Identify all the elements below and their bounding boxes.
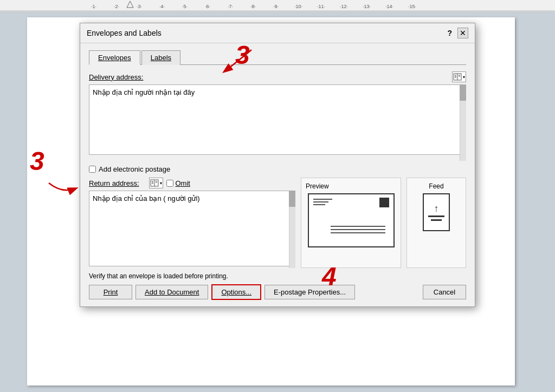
return-address-row: Return address: — [89, 178, 295, 188]
envelope-preview — [308, 193, 395, 247]
delivery-book-dropdown-arrow: ▾ — [463, 75, 465, 80]
feed-line-2 — [431, 219, 442, 221]
feed-label: Feed — [429, 182, 443, 190]
button-row: Print Add to Document Options... E-posta… — [89, 284, 466, 300]
electronic-postage-checkbox[interactable] — [89, 166, 96, 173]
delivery-scrollbar[interactable] — [460, 84, 466, 161]
options-button[interactable]: Options... — [211, 284, 261, 300]
svg-text:·5·: ·5· — [182, 4, 188, 9]
svg-text:·12·: ·12· — [340, 4, 348, 9]
return-scrollbar-thumb[interactable] — [289, 191, 295, 207]
return-scrollbar[interactable] — [289, 191, 295, 268]
return-address-controls: ▾ Omit — [145, 178, 190, 188]
return-section: Return address: — [89, 178, 466, 268]
feed-icon: ↑ — [423, 193, 450, 231]
svg-text:·13·: ·13· — [363, 4, 371, 9]
electronic-postage-row: Add electronic postage — [89, 165, 466, 173]
feed-box: Feed ↑ — [406, 178, 466, 268]
add-to-document-button[interactable]: Add to Document — [135, 285, 208, 299]
annotation-arrow-tab — [219, 47, 262, 74]
svg-text:·6·: ·6· — [205, 4, 210, 9]
env-stamp — [379, 198, 389, 207]
feed-line-1 — [428, 215, 444, 217]
svg-text:·3·: ·3· — [137, 4, 142, 9]
preview-box: Preview — [301, 178, 401, 268]
tab-envelopes-label: Envelopes — [98, 54, 131, 62]
svg-text:·4·: ·4· — [159, 4, 165, 9]
svg-text:·14·: ·14· — [385, 4, 393, 9]
button-area: 4 Print Add to Document Options... E-pos… — [89, 284, 466, 300]
omit-checkbox[interactable] — [166, 180, 173, 187]
verify-text: Verify that an envelope is loaded before… — [89, 272, 466, 280]
return-address-book-button[interactable]: ▾ — [149, 178, 163, 188]
delivery-address-row: Delivery address: — [89, 71, 466, 82]
dialog-content: Envelopes Labels 3 — [80, 43, 475, 306]
delivery-address-book-button[interactable]: ▾ — [452, 71, 466, 82]
annotation-4: 4 — [322, 262, 337, 291]
preview-label: Preview — [306, 182, 396, 190]
delivery-address-field: Nhập địa chỉ người nhận tại đây — [89, 84, 466, 161]
electronic-postage-label: Add electronic postage — [99, 165, 170, 173]
env-return-lines — [313, 199, 332, 207]
book-icon — [453, 73, 462, 81]
titlebar-controls: ? ✕ — [447, 28, 468, 38]
dialog-overlay: Envelopes and Labels ? ✕ Envelopes Label… — [0, 12, 555, 392]
dialog: Envelopes and Labels ? ✕ Envelopes Label… — [80, 23, 475, 307]
svg-text:·11·: ·11· — [317, 4, 325, 9]
print-button[interactable]: Print — [89, 285, 132, 299]
tabs: Envelopes Labels — [89, 50, 466, 65]
return-book-icon — [150, 179, 159, 187]
svg-text:·8·: ·8· — [250, 4, 256, 9]
delivery-address-icon-group: ▾ — [448, 71, 466, 82]
return-address-label: Return address: — [89, 179, 139, 187]
tab-labels-label: Labels — [151, 54, 171, 62]
dialog-titlebar: Envelopes and Labels ? ✕ — [80, 23, 475, 43]
env-delivery-lines — [331, 226, 385, 236]
delivery-address-input[interactable]: Nhập địa chỉ người nhận tại đây — [89, 84, 466, 155]
help-button[interactable]: ? — [447, 29, 452, 37]
omit-label: Omit — [176, 179, 190, 187]
delivery-scrollbar-thumb[interactable] — [460, 84, 466, 101]
tabs-container: Envelopes Labels 3 — [89, 50, 466, 65]
e-postage-button[interactable]: E-postage Properties... — [264, 285, 355, 299]
dialog-title: Envelopes and Labels — [87, 29, 162, 37]
cancel-button[interactable]: Cancel — [423, 285, 466, 299]
svg-text:·9·: ·9· — [273, 4, 279, 9]
delivery-address-label: Delivery address: — [89, 73, 143, 81]
return-book-dropdown-arrow: ▾ — [160, 181, 162, 186]
svg-text:·1·: ·1· — [91, 4, 96, 9]
svg-text:·10·: ·10· — [294, 4, 302, 9]
omit-checkbox-group: Omit — [166, 179, 190, 187]
return-left: Return address: — [89, 178, 295, 268]
tab-labels[interactable]: Labels — [141, 50, 180, 65]
close-button[interactable]: ✕ — [457, 28, 468, 38]
tab-envelopes[interactable]: Envelopes — [89, 50, 140, 65]
svg-text:·2·: ·2· — [114, 4, 119, 9]
return-address-field: Nhập địa chỉ của bạn ( người gửi) — [89, 191, 295, 268]
feed-arrow-up-icon: ↑ — [434, 204, 439, 213]
svg-text:·7·: ·7· — [228, 4, 233, 9]
ruler-svg: ·1· ·2· ·3· ·4· ·5· ·6· ·7· ·8· ·9· ·10·… — [0, 0, 555, 12]
ruler: ·1· ·2· ·3· ·4· ·5· ·6· ·7· ·8· ·9· ·10·… — [0, 0, 555, 12]
svg-text:·15·: ·15· — [408, 4, 416, 9]
return-address-input[interactable]: Nhập địa chỉ của bạn ( người gửi) — [89, 191, 295, 266]
